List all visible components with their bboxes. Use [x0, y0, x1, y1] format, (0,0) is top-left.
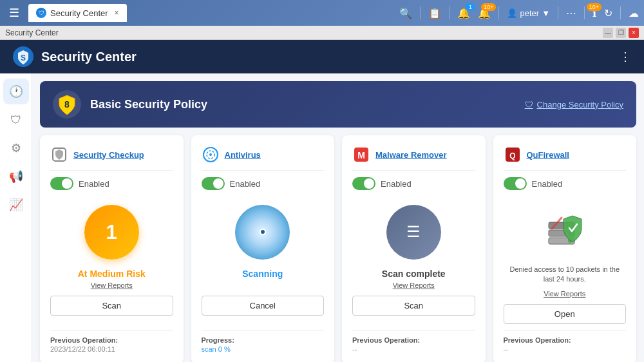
change-policy-label: Change Security Policy	[537, 100, 623, 110]
divider	[449, 6, 450, 19]
sidebar-item-shield[interactable]: 🛡	[3, 107, 29, 133]
risk-circle: 1	[84, 205, 139, 260]
radar-circle	[235, 205, 290, 260]
malware-remover-icon: M	[352, 146, 370, 164]
app-menu-button[interactable]: ⋮	[620, 50, 631, 64]
antivirus-title[interactable]: Antivirus	[225, 150, 261, 160]
user-menu[interactable]: 👤 peter ▼	[507, 8, 550, 18]
firewall-visual	[536, 203, 594, 261]
tab-icon: 🛡	[36, 8, 46, 18]
qufirewall-prev-operation: Previous Operation: --	[504, 330, 627, 353]
menu-button[interactable]: ☰	[5, 3, 23, 23]
malware-circle: ☰	[386, 205, 441, 260]
dropdown-arrow: ▼	[542, 8, 550, 18]
security-checkup-toggle-row: Enabled	[50, 177, 173, 190]
malware-checklist-icon: ☰	[406, 223, 421, 241]
malware-toggle[interactable]	[352, 177, 375, 190]
card-header: M Malware Remover	[352, 146, 475, 171]
window-controls: — ❐ ×	[603, 28, 639, 38]
qufirewall-toggle-row: Enabled	[504, 177, 627, 190]
prev-value: 2023/12/22 06:00:11	[50, 345, 173, 353]
sidebar-item-reports[interactable]: 📈	[3, 192, 29, 218]
malware-remover-card: M Malware Remover Enabled ☰ Scan complet…	[342, 135, 486, 362]
change-policy-button[interactable]: 🛡 Change Security Policy	[525, 100, 623, 110]
title-bar: ☰ 🛡 Security Center × 🔍 📋 🔔1 🔔10+ 👤 pete…	[0, 0, 644, 26]
malware-view-reports[interactable]: View Reports	[393, 281, 435, 289]
username: peter	[520, 8, 539, 18]
card-header: Antivirus	[202, 146, 325, 171]
qufirewall-open-button[interactable]: Open	[504, 304, 627, 324]
radar-dot	[260, 229, 266, 235]
sidebar-item-notifications[interactable]: 📢	[3, 164, 29, 189]
svg-point-7	[209, 153, 212, 156]
qufirewall-toggle[interactable]	[504, 177, 527, 190]
security-checkup-scan-button[interactable]: Scan	[50, 296, 173, 316]
app-logo-icon: S	[13, 46, 33, 67]
security-checkup-toggle[interactable]	[50, 177, 73, 190]
security-checkup-status: At Medium Risk	[78, 269, 146, 279]
prev-value: --	[504, 345, 627, 353]
active-tab[interactable]: 🛡 Security Center ×	[28, 4, 127, 22]
tab-label: Security Center	[50, 8, 108, 18]
security-checkup-enabled-label: Enabled	[79, 179, 109, 189]
antivirus-cancel-button[interactable]: Cancel	[202, 296, 325, 316]
search-icon[interactable]: 🔍	[399, 7, 412, 19]
prev-label: Progress:	[202, 336, 325, 344]
firewall-illustration	[539, 206, 591, 258]
qufirewall-title[interactable]: QuFirewall	[527, 150, 569, 160]
info-icon[interactable]: ℹ10+	[592, 7, 596, 19]
sidebar-item-settings[interactable]: ⚙	[3, 135, 29, 161]
main-content: 8 Basic Security Policy 🛡 Change Securit…	[32, 73, 644, 362]
app-title: Security Center	[41, 50, 612, 64]
security-checkup-visual: 1	[82, 203, 140, 261]
svg-text:S: S	[21, 53, 26, 62]
malware-scan-button[interactable]: Scan	[352, 296, 475, 316]
qufirewall-enabled-label: Enabled	[532, 179, 563, 189]
divider	[584, 6, 585, 19]
close-button[interactable]: ×	[629, 28, 639, 38]
antivirus-icon	[202, 146, 220, 164]
malware-prev-operation: Previous Operation: --	[352, 330, 475, 353]
sidebar-item-dashboard[interactable]: 🕐	[3, 79, 29, 104]
qufirewall-view-reports[interactable]: View Reports	[544, 290, 585, 298]
antivirus-card: Antivirus Enabled Scanning placeholder C…	[191, 135, 335, 362]
security-checkup-prev-operation: Previous Operation: 2023/12/22 06:00:11	[50, 330, 173, 353]
divider	[620, 6, 621, 19]
divider	[498, 6, 499, 19]
security-checkup-icon	[50, 146, 68, 164]
svg-text:8: 8	[64, 99, 70, 110]
user-icon: 👤	[507, 8, 517, 18]
notification-icon-1[interactable]: 🔔1	[457, 7, 470, 19]
refresh-icon[interactable]: ↻	[604, 7, 612, 19]
prev-label: Previous Operation:	[504, 336, 627, 344]
malware-status: Scan complete	[382, 269, 446, 279]
antivirus-toggle-row: Enabled	[202, 177, 325, 190]
svg-text:M: M	[357, 150, 365, 160]
malware-remover-title[interactable]: Malware Remover	[375, 150, 447, 160]
malware-toggle-row: Enabled	[352, 177, 475, 190]
app-header: S Security Center ⋮	[0, 40, 644, 73]
policy-title: Basic Security Policy	[90, 98, 516, 111]
cards-grid: Security Checkup Enabled 1 At Medium Ris…	[40, 135, 636, 362]
prev-value: --	[352, 345, 475, 353]
tab-close-button[interactable]: ×	[115, 8, 119, 17]
svg-text:Q: Q	[509, 151, 515, 160]
risk-number: 1	[106, 220, 117, 244]
antivirus-status: Scanning	[242, 269, 283, 279]
notification-icon-2[interactable]: 🔔10+	[478, 7, 491, 19]
card-header: Q QuFirewall	[504, 146, 627, 171]
more-icon[interactable]: ⋯	[566, 7, 576, 19]
security-checkup-view-reports[interactable]: View Reports	[91, 281, 133, 289]
security-checkup-title[interactable]: Security Checkup	[73, 150, 144, 160]
antivirus-enabled-label: Enabled	[230, 179, 261, 189]
change-policy-icon: 🛡	[525, 100, 533, 110]
cloud-icon[interactable]: ☁	[629, 7, 639, 19]
divider	[420, 6, 421, 19]
policy-shield-icon: 8	[53, 90, 81, 119]
window-title: Security Center	[5, 28, 603, 37]
files-icon[interactable]: 📋	[428, 7, 441, 19]
antivirus-toggle[interactable]	[202, 177, 225, 190]
antivirus-visual	[234, 203, 292, 261]
maximize-button[interactable]: ❐	[616, 28, 626, 38]
minimize-button[interactable]: —	[603, 28, 613, 38]
